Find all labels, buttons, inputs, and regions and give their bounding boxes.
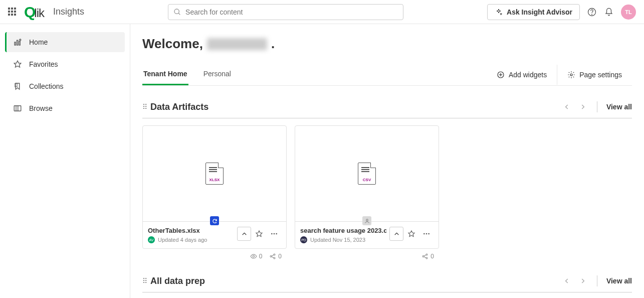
main-content: Welcome, . Tenant Home Personal Add widg…	[130, 24, 644, 298]
user-badge-icon	[362, 216, 371, 225]
username-redacted	[207, 38, 267, 50]
app-launcher-icon[interactable]	[8, 8, 17, 17]
drag-handle-icon[interactable]: ⠿	[142, 103, 146, 111]
artifact-card[interactable]: XLSX OtherTables.xlsx AV Updated 4 days …	[142, 125, 287, 249]
top-bar: Qlik Insights Ask Insight Advisor TL	[0, 0, 644, 24]
sync-badge-icon	[210, 216, 219, 225]
bookmark-icon	[13, 82, 22, 91]
share-icon	[269, 253, 276, 260]
sidebar: Home Favorites Collections Browse	[0, 24, 130, 298]
svg-point-20	[253, 255, 255, 257]
owner-avatar: PD	[300, 236, 307, 243]
more-menu-button[interactable]	[267, 227, 281, 241]
ask-insight-advisor-button[interactable]: Ask Insight Advisor	[487, 4, 580, 20]
search-input[interactable]	[185, 8, 398, 16]
brand-logo[interactable]: Qlik	[24, 4, 44, 21]
svg-rect-5	[17, 40, 18, 45]
star-icon	[13, 60, 22, 69]
tabs-row: Tenant Home Personal Add widgets Page se…	[142, 64, 632, 86]
sidebar-item-favorites[interactable]: Favorites	[5, 54, 125, 74]
favorite-button[interactable]	[404, 227, 418, 241]
svg-point-29	[426, 233, 427, 235]
svg-line-34	[424, 255, 426, 256]
svg-rect-9	[14, 106, 21, 111]
card-stats: 0 0	[142, 251, 287, 260]
brand: Qlik Insights	[24, 4, 84, 21]
svg-marker-16	[256, 231, 262, 236]
card-title: search feature usage 2023.cs	[300, 227, 386, 234]
svg-point-26	[366, 219, 368, 221]
share-icon	[421, 253, 428, 260]
svg-marker-27	[408, 231, 414, 236]
drag-handle-icon[interactable]: ⠿	[142, 277, 146, 285]
svg-point-3	[592, 14, 592, 15]
card-stats: 0	[295, 251, 439, 260]
section-all-data-prep: ⠿ All data prep View all	[142, 274, 632, 292]
sidebar-item-browse[interactable]: Browse	[5, 98, 125, 118]
carousel-prev-button[interactable]	[560, 274, 574, 288]
tab-personal[interactable]: Personal	[202, 64, 232, 85]
add-widgets-button[interactable]: Add widgets	[487, 65, 557, 85]
svg-point-17	[271, 233, 273, 235]
user-avatar[interactable]: TL	[621, 5, 636, 20]
section-title: All data prep	[150, 276, 205, 286]
carousel-prev-button[interactable]	[560, 100, 574, 114]
expand-card-button[interactable]	[389, 227, 403, 241]
sidebar-item-label: Favorites	[29, 60, 58, 68]
view-all-link[interactable]: View all	[597, 101, 632, 112]
carousel-next-button[interactable]	[576, 100, 590, 114]
card-updated: Updated Nov 15, 2023	[310, 237, 365, 243]
tab-tenant-home[interactable]: Tenant Home	[142, 64, 188, 85]
help-icon[interactable]	[587, 7, 597, 17]
section-data-artifacts: ⠿ Data Artifacts View all	[142, 100, 632, 260]
svg-line-25	[272, 257, 274, 258]
page-settings-button[interactable]: Page settings	[557, 65, 632, 85]
view-all-link[interactable]: View all	[597, 275, 632, 286]
gear-icon	[567, 71, 575, 79]
search-icon	[173, 8, 181, 16]
carousel-next-button[interactable]	[576, 274, 590, 288]
expand-card-button[interactable]	[237, 227, 251, 241]
favorite-button[interactable]	[252, 227, 266, 241]
sidebar-item-home[interactable]: Home	[5, 32, 125, 52]
svg-rect-4	[15, 42, 16, 45]
search-input-wrap[interactable]	[168, 4, 403, 20]
sidebar-item-label: Browse	[29, 104, 53, 112]
bell-icon[interactable]	[604, 7, 614, 17]
brand-sub: Insights	[53, 7, 84, 17]
plus-circle-icon	[497, 71, 505, 79]
svg-point-7	[20, 39, 21, 41]
svg-point-15	[570, 74, 572, 76]
svg-marker-8	[14, 61, 21, 67]
owner-avatar: AV	[148, 236, 155, 243]
svg-point-19	[276, 233, 277, 235]
svg-point-28	[423, 233, 425, 235]
eye-icon	[250, 253, 257, 260]
svg-point-18	[274, 233, 275, 235]
svg-line-35	[424, 257, 426, 258]
card-title: OtherTables.xlsx	[148, 227, 234, 234]
welcome-heading: Welcome, .	[142, 36, 632, 52]
browse-icon	[13, 104, 22, 113]
sparkle-icon	[495, 8, 503, 16]
home-icon	[13, 38, 22, 47]
more-menu-button[interactable]	[419, 227, 434, 241]
svg-rect-6	[19, 42, 20, 46]
file-xlsx-icon: XLSX	[205, 163, 224, 185]
svg-line-24	[272, 255, 274, 256]
sidebar-item-label: Collections	[29, 82, 63, 90]
sidebar-item-collections[interactable]: Collections	[5, 76, 125, 96]
card-updated: Updated 4 days ago	[158, 237, 207, 243]
section-title: Data Artifacts	[150, 102, 208, 112]
sidebar-item-label: Home	[29, 38, 48, 46]
artifact-card[interactable]: CSV search feature usage 2023.cs PD Upda…	[295, 125, 439, 249]
svg-line-1	[178, 13, 180, 15]
svg-point-0	[174, 9, 179, 14]
file-csv-icon: CSV	[358, 163, 376, 185]
svg-point-30	[428, 233, 430, 235]
